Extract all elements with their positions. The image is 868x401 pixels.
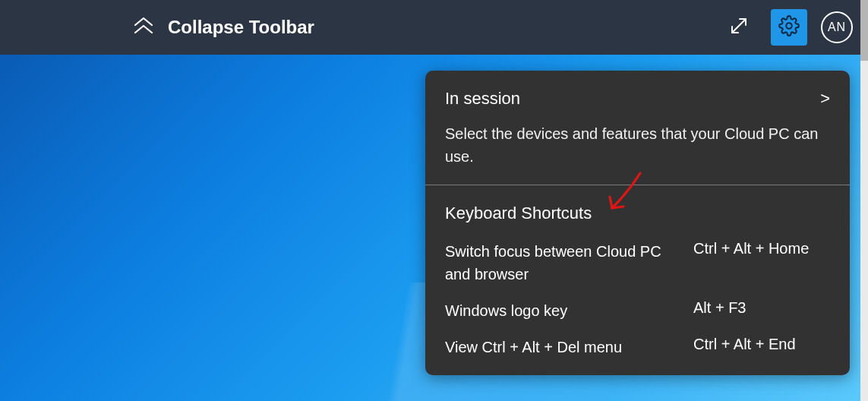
shortcut-key: Ctrl + Alt + Home	[693, 240, 830, 286]
toolbar-title: Collapse Toolbar	[168, 17, 314, 38]
in-session-section[interactable]: In session > Select the devices and feat…	[425, 71, 850, 185]
svg-point-1	[786, 23, 791, 28]
shortcut-row: Windows logo key Alt + F3	[445, 299, 830, 322]
toolbar-right: AN	[721, 9, 853, 46]
svg-line-0	[732, 19, 746, 33]
shortcuts-title: Keyboard Shortcuts	[445, 204, 830, 223]
gear-icon	[778, 15, 800, 39]
scrollbar-thumb[interactable]	[860, 0, 868, 61]
shortcut-key: Alt + F3	[693, 299, 830, 322]
shortcut-label: View Ctrl + Alt + Del menu	[445, 336, 622, 358]
shortcut-label: Switch focus between Cloud PC and browse…	[445, 240, 665, 286]
settings-panel: In session > Select the devices and feat…	[425, 71, 850, 375]
chevrons-up-icon	[133, 16, 154, 39]
chevron-right-icon: >	[820, 89, 830, 109]
settings-button[interactable]	[771, 9, 807, 46]
user-avatar[interactable]: AN	[821, 11, 853, 43]
keyboard-shortcuts-section: Keyboard Shortcuts Switch focus between …	[425, 185, 850, 375]
shortcut-row: View Ctrl + Alt + Del menu Ctrl + Alt + …	[445, 336, 830, 358]
scrollbar[interactable]	[860, 0, 868, 401]
in-session-title: In session	[445, 89, 520, 109]
shortcut-key: Ctrl + Alt + End	[693, 336, 830, 358]
fullscreen-button[interactable]	[721, 9, 757, 46]
avatar-initials: AN	[828, 21, 846, 34]
expand-icon	[728, 15, 750, 39]
shortcut-label: Windows logo key	[445, 299, 567, 322]
shortcut-row: Switch focus between Cloud PC and browse…	[445, 240, 830, 286]
toolbar: Collapse Toolbar AN	[0, 0, 868, 55]
collapse-toolbar-button[interactable]: Collapse Toolbar	[133, 16, 314, 39]
in-session-row[interactable]: In session >	[445, 89, 830, 109]
in-session-description: Select the devices and features that you…	[445, 122, 830, 168]
